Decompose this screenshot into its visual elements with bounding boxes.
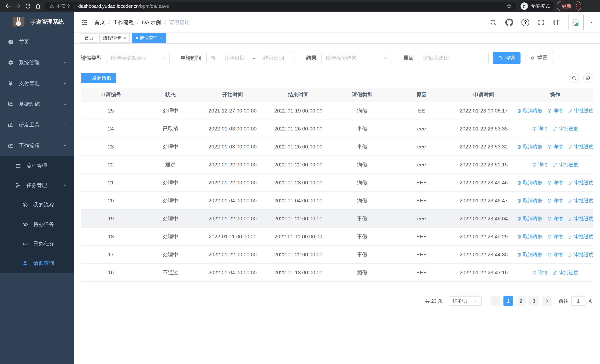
sidebar-item-workflow[interactable]: 工作流程 [0,135,74,156]
sidebar: 芋道管理系统 首页 系统管理 ¥ 支付管理 基础设施 [0,12,74,364]
sidebar-item-payment[interactable]: ¥ 支付管理 [0,73,74,94]
forward-icon[interactable] [13,1,23,11]
next-page-button[interactable] [542,296,552,306]
approval-progress-link[interactable]: 审批进度 [568,143,593,150]
cell-reason: EEE [393,252,450,258]
reset-button[interactable]: 重置 [525,52,553,64]
date-end-placeholder[interactable]: 结束日期 [256,55,291,62]
cancel-leave-link[interactable]: 取消请假 [517,251,542,258]
approval-progress-link[interactable]: 审批进度 [553,161,578,168]
approval-progress-link[interactable]: 审批进度 [553,269,578,276]
tab-process-detail[interactable]: 流程详情 × [99,33,130,43]
detail-link[interactable]: 详情 [532,125,548,132]
approval-progress-link[interactable]: 审批进度 [553,125,578,132]
approval-progress-link[interactable]: 审批进度 [568,179,593,186]
cancel-leave-link[interactable]: 取消请假 [517,215,542,222]
date-range-picker[interactable]: 开始日期 - 结束日期 [206,52,295,64]
approval-progress-link[interactable]: 审批进度 [568,215,593,222]
approval-progress-link[interactable]: 审批进度 [568,233,593,240]
refresh-table-button[interactable] [583,73,593,83]
detail-link[interactable]: 详情 [547,179,563,186]
chevron-down-icon [383,56,388,60]
sidebar-collapse-icon[interactable] [81,19,88,26]
detail-link[interactable]: 详情 [547,215,563,222]
cancel-leave-link[interactable]: 取消请假 [517,233,542,240]
toggle-search-button[interactable] [569,73,579,83]
sidebar-item-done-tasks[interactable]: 已办任务 [0,234,74,253]
approval-progress-link[interactable]: 审批进度 [568,197,593,204]
sidebar-item-home[interactable]: 首页 [0,31,74,52]
approval-progress-link[interactable]: 审批进度 [568,107,593,114]
table-row: 23 处理中 2022-01-03 00:00:00 2022-01-26 00… [81,138,593,156]
sidebar-item-label: 流程管理 [26,162,47,169]
detail-link[interactable]: 详情 [547,197,563,204]
cancel-leave-link[interactable]: 取消请假 [517,107,542,114]
reload-icon[interactable] [23,1,33,11]
sidebar-item-process-management[interactable]: 流程管理 [0,156,74,176]
fullscreen-icon[interactable] [537,19,545,26]
font-size-icon[interactable]: tT [553,18,560,26]
page-button-2[interactable]: 2 [516,296,526,306]
search-icon[interactable] [489,19,497,26]
create-leave-button[interactable]: 发起请假 [81,73,116,83]
cancel-leave-link[interactable]: 取消请假 [517,143,542,150]
detail-link[interactable]: 详情 [547,107,563,114]
goto-page-input[interactable] [571,296,585,306]
breadcrumb-item[interactable]: 工作流程 [113,19,134,26]
detail-link[interactable]: 详情 [547,251,563,258]
help-icon[interactable]: ? [521,19,529,26]
github-icon[interactable] [505,18,513,27]
detail-link[interactable]: 详情 [532,269,548,276]
browser-menu-icon[interactable] [575,4,578,9]
sidebar-item-leave-query[interactable]: 请假查询 [0,253,74,273]
avatar-caret-icon[interactable] [589,20,593,24]
breadcrumb-item[interactable]: OA 示例 [142,19,161,26]
sidebar-item-task-management[interactable]: 任务管理 [0,176,74,195]
cell-actions: 取消请假 详情 审批进度 [517,215,593,222]
app-logo-row: 芋道管理系统 [0,12,74,31]
breadcrumb-item[interactable]: 首页 [94,19,105,26]
close-icon[interactable]: × [160,35,163,41]
detail-link[interactable]: 详情 [547,143,563,150]
cancel-leave-link[interactable]: 取消请假 [517,197,542,204]
result-select[interactable]: 请选择流结果 [321,52,392,64]
column-header: 操作 [517,91,593,98]
bookmark-star-icon[interactable] [506,3,512,9]
sidebar-item-system[interactable]: 系统管理 [0,52,74,73]
approval-progress-link[interactable]: 审批进度 [568,251,593,258]
reset-button-label: 重置 [537,55,548,62]
back-icon[interactable] [3,1,13,11]
detail-link[interactable]: 详情 [547,233,563,240]
avatar[interactable] [568,15,584,30]
leave-type-select[interactable]: 请选择请假类型 [107,52,169,64]
pen-icon [568,234,573,239]
home-icon[interactable] [33,1,43,11]
detail-link[interactable]: 详情 [532,161,548,168]
cell-apply-id: 23 [81,144,141,150]
sidebar-item-todo-tasks[interactable]: 待办任务 [0,215,74,234]
approval-progress-label: 审批进度 [559,269,578,276]
close-icon[interactable]: × [123,35,126,41]
update-button[interactable]: 更新 [557,1,581,11]
table-row: 22 通过 2022-01-22 00:00:00 2022-01-22 00:… [81,156,593,174]
page-size-select[interactable]: 10条/页 [449,296,482,306]
sidebar-item-dev-tools[interactable]: 研发工具 [0,114,74,135]
pen-icon [568,144,573,149]
sidebar-item-infrastructure[interactable]: 基础设施 [0,94,74,114]
reason-input[interactable] [419,52,489,64]
page-button-3[interactable]: 3 [529,296,539,306]
cell-apply-id: 20 [81,198,141,204]
date-start-placeholder[interactable]: 开始日期 [217,55,252,62]
page-button-1[interactable]: 1 [504,296,513,306]
tab-home[interactable]: 首页 [81,33,97,43]
prev-page-button[interactable] [490,296,500,306]
cancel-leave-link[interactable]: 取消请假 [517,179,542,186]
pen-icon [568,198,573,203]
search-button[interactable]: 搜索 [493,52,521,64]
sidebar-item-my-process[interactable]: 我的流程 [0,195,74,215]
cell-reason: EEE [393,180,450,186]
url-bar[interactable]: 不安全 dashboard.yudao.iocoder.cn/bpm/oa/le… [45,2,516,10]
tab-leave-query[interactable]: 请假查询 × [132,33,166,43]
cell-leave-type: 病假 [332,107,393,114]
cell-apply-time: 2022-01-22 23:44:35 [450,252,517,258]
